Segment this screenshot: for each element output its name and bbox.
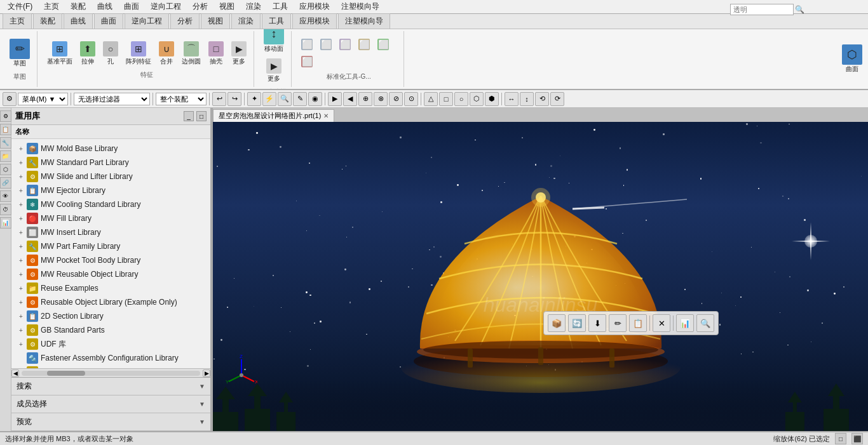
tb-btn-13[interactable]: ⊙ [404, 92, 418, 106]
tb-btn-11[interactable]: ⊗ [374, 92, 388, 106]
left-icon-9[interactable]: 📊 [0, 217, 11, 229]
tree-item-udf[interactable]: +⚙UDF 库 [11, 337, 210, 351]
expand-slide-lifter[interactable]: + [17, 172, 25, 181]
tab-home[interactable]: 主页 [3, 13, 32, 29]
tb-btn-16[interactable]: ○ [454, 92, 468, 106]
ft-btn-3[interactable]: ⬇ [588, 314, 606, 332]
tab-injection[interactable]: 注塑模向导 [338, 13, 390, 29]
tree-item-ejector[interactable]: +📋MW Ejector Library [11, 183, 210, 197]
settings-btn[interactable]: ⚙ [3, 92, 17, 106]
menu-render[interactable]: 渲染 [241, 0, 266, 13]
scroll-right-btn[interactable]: ▶ [203, 369, 210, 377]
left-icon-2[interactable]: 📋 [0, 124, 11, 135]
surface-btn[interactable]: ⬡ 曲面 [839, 43, 865, 76]
tree-item-gb-standard[interactable]: +⚙GB Standard Parts [11, 323, 210, 337]
tb-btn-4[interactable]: ⚡ [262, 92, 276, 106]
tab-reverse[interactable]: 逆向工程 [125, 13, 169, 29]
left-icon-7[interactable]: 👁 [0, 190, 11, 202]
filter-select[interactable]: 无选择过滤器 [74, 93, 150, 105]
ribbon-search-input[interactable] [730, 4, 794, 15]
std-tool-btn3[interactable]: ⬜ [336, 37, 354, 53]
ft-close-btn[interactable]: ✕ [653, 314, 670, 332]
tb-btn-19[interactable]: ↔ [505, 92, 519, 106]
tb-btn-12[interactable]: ⊘ [389, 92, 403, 106]
tab-curve[interactable]: 曲线 [64, 13, 93, 29]
expand-pocket-tool[interactable]: + [17, 256, 25, 265]
tree-item-standard-part[interactable]: +🔧MW Standard Part Library [11, 156, 210, 169]
tb-btn-18[interactable]: ⬢ [485, 92, 499, 106]
std-tool-btn2[interactable]: ⬜ [317, 37, 335, 53]
menu-file[interactable]: 文件(F) [3, 0, 37, 13]
tb-btn-9[interactable]: ◀ [343, 92, 357, 106]
expand-insert[interactable]: + [17, 228, 25, 237]
expand-standard-part[interactable]: + [17, 158, 25, 167]
left-icon-3[interactable]: 🔧 [0, 137, 11, 149]
sketch-btn[interactable]: ✏ 草图 [6, 37, 33, 70]
tree-item-cooling[interactable]: +❄MW Cooling Standard Library [11, 197, 210, 211]
left-icon-4[interactable]: 📁 [0, 150, 11, 162]
menu-view[interactable]: 视图 [214, 0, 240, 13]
tb-btn-14[interactable]: △ [424, 92, 438, 106]
left-icon-8[interactable]: ⏱ [0, 204, 11, 215]
scroll-left-btn[interactable]: ◀ [11, 369, 19, 377]
shell-btn[interactable]: □ 抽壳 [205, 39, 227, 68]
tree-item-reusable-obj[interactable]: +⚙MW Reusable Object Library [11, 267, 210, 281]
tab-tools[interactable]: 工具 [262, 13, 291, 29]
tree-item-fill[interactable]: +🔴MW Fill Library [11, 211, 210, 225]
left-icon-6[interactable]: 🔗 [0, 177, 11, 189]
expand-mold-base[interactable]: + [17, 144, 25, 153]
fillet-btn[interactable]: ⌒ 边倒圆 [179, 39, 204, 68]
tab-close-btn[interactable]: ✕ [323, 112, 329, 119]
tree-item-pocket-tool[interactable]: +⚙MW Pocket Tool Body Library [11, 253, 210, 267]
scroll-track[interactable] [22, 371, 200, 376]
left-icon-1[interactable]: ⚙ [0, 110, 11, 122]
expand-gb-standard[interactable]: + [17, 326, 25, 335]
expand-ejector[interactable]: + [17, 186, 25, 195]
tree-item-2d-section[interactable]: +📋2D Section Library [11, 309, 210, 323]
sidebar-search-section[interactable]: 搜索 ▼ [11, 378, 210, 395]
tree-item-slide-lifter[interactable]: +⚙MW Slide and Lifter Library [11, 169, 210, 183]
more-sync-btn[interactable]: ▶ 更多 [263, 56, 285, 85]
sidebar-member-section[interactable]: 成员选择 ▼ [11, 395, 210, 413]
tree-item-reusable-example[interactable]: +⚙Reusable Object Library (Example Only) [11, 295, 210, 309]
sidebar-maximize-btn[interactable]: □ [196, 111, 207, 121]
tb-btn-17[interactable]: ⬡ [470, 92, 484, 106]
std-tool-btn1[interactable]: ⬜ [298, 37, 316, 53]
tab-render[interactable]: 渲染 [231, 13, 261, 29]
menu-surface[interactable]: 曲面 [119, 0, 144, 13]
std-tool-btn4[interactable]: ⬜ [355, 37, 373, 53]
tb-btn-3[interactable]: ✦ [247, 92, 261, 106]
tab-appmod[interactable]: 应用模块 [292, 13, 337, 29]
hole-btn[interactable]: ○ 孔 [100, 39, 121, 68]
viewport-tab[interactable]: 星空房泡泡屋设计网络图片.prt(1) ✕ [213, 109, 334, 122]
expand-part-family[interactable]: + [17, 242, 25, 251]
datum-plane-btn[interactable]: ⊞ 基准平面 [44, 39, 76, 68]
tree-item-reuse-examples[interactable]: +📁Reuse Examples [11, 281, 210, 295]
sidebar-preview-section[interactable]: 预览 ▼ [11, 413, 210, 431]
tab-assembly[interactable]: 装配 [33, 13, 62, 29]
expand-fill[interactable]: + [17, 214, 25, 223]
tb-btn-21[interactable]: ⟲ [535, 92, 549, 106]
menu-curve[interactable]: 曲线 [92, 0, 118, 13]
ft-btn-2[interactable]: 🔄 [568, 314, 586, 332]
expand-fastener[interactable] [17, 354, 25, 362]
assembly-select[interactable]: 整个装配 [156, 93, 207, 105]
tree-item-mold-base[interactable]: +📦MW Mold Base Library [11, 142, 210, 156]
expand-reusable-example[interactable]: + [17, 298, 25, 307]
tab-analysis[interactable]: 分析 [170, 13, 200, 29]
extrude-btn[interactable]: ⬆ 拉伸 [77, 39, 98, 68]
tb-btn-7[interactable]: ◉ [308, 92, 322, 106]
ft-btn-4[interactable]: ✏ [609, 314, 627, 332]
tb-btn-8[interactable]: ▶ [328, 92, 342, 106]
ft-btn-7[interactable]: 🔍 [696, 314, 714, 332]
menu-select[interactable]: 菜单(M) ▼ [18, 93, 68, 105]
left-icon-5[interactable]: ⬡ [0, 164, 11, 175]
ft-btn-6[interactable]: 📊 [676, 314, 694, 332]
menu-analysis[interactable]: 分析 [187, 0, 213, 13]
ft-btn-1[interactable]: 📦 [548, 314, 566, 332]
tb-btn-5[interactable]: 🔍 [278, 92, 292, 106]
menu-home[interactable]: 主页 [39, 0, 64, 13]
tree-item-fastener[interactable]: 🔩Fastener Assembly Configuration Library [11, 351, 210, 365]
search-icon[interactable]: 🔍 [795, 5, 804, 14]
menu-appmodule[interactable]: 应用模块 [294, 0, 335, 13]
